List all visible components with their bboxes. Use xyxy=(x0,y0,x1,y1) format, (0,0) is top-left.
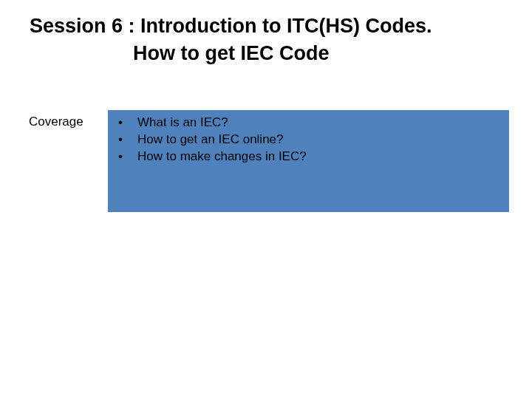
list-item: • How to make changes in IEC? xyxy=(115,149,502,166)
list-item: • What is an IEC? xyxy=(115,115,502,132)
coverage-table: Coverage • What is an IEC? • How to get … xyxy=(22,109,510,213)
bullet-icon: • xyxy=(115,115,137,132)
coverage-label-cell: Coverage xyxy=(22,109,107,213)
bullet-icon: • xyxy=(115,132,137,149)
slide-title-line1: Session 6 : Introduction to ITC(HS) Code… xyxy=(22,15,510,38)
coverage-content-cell: • What is an IEC? • How to get an IEC on… xyxy=(107,109,510,213)
bullet-text: How to get an IEC online? xyxy=(137,132,502,149)
bullet-icon: • xyxy=(115,149,137,166)
bullet-text: How to make changes in IEC? xyxy=(137,149,502,166)
coverage-bullet-list: • What is an IEC? • How to get an IEC on… xyxy=(115,115,502,166)
slide-title-line2: How to get IEC Code xyxy=(22,42,510,65)
list-item: • How to get an IEC online? xyxy=(115,132,502,149)
bullet-text: What is an IEC? xyxy=(137,115,502,132)
